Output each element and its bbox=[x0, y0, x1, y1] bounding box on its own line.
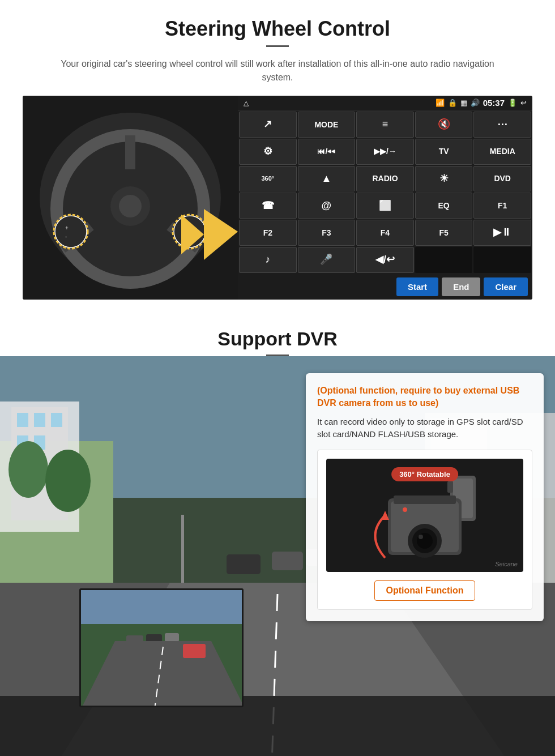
title-underline bbox=[266, 45, 289, 47]
dvr-description-text: It can record video only to storage in G… bbox=[317, 416, 532, 441]
ui-bottom-bar: Start End Clear bbox=[238, 274, 532, 300]
music-btn[interactable]: ♪ bbox=[239, 247, 297, 273]
wheel-background: + - ○ bbox=[23, 96, 238, 300]
back-btn[interactable]: ◀/↩ bbox=[356, 247, 414, 273]
dvd-btn[interactable]: DVD bbox=[473, 166, 531, 192]
mode-btn[interactable]: MODE bbox=[298, 112, 356, 138]
ui-top-bar: △ 📶 🔒 ▦ 🔊 05:37 🔋 ↩ bbox=[238, 96, 532, 110]
ui-top-right-info: 📶 🔒 ▦ 🔊 05:37 🔋 ↩ bbox=[436, 98, 527, 108]
svg-rect-22 bbox=[17, 413, 28, 427]
dvr-info-card: (Optional function, require to buy exter… bbox=[306, 373, 544, 621]
f4-btn[interactable]: F4 bbox=[356, 220, 414, 246]
window-btn[interactable]: ⬜ bbox=[356, 193, 414, 219]
dvr-title: Support DVR bbox=[0, 328, 555, 350]
svg-text:+: + bbox=[65, 225, 69, 231]
f2-btn[interactable]: F2 bbox=[239, 220, 297, 246]
optional-warning-text: (Optional function, require to buy exter… bbox=[317, 385, 532, 410]
radio-btn[interactable]: RADIO bbox=[356, 166, 414, 192]
dvr-thumbnail-inner bbox=[81, 590, 242, 706]
cam360-btn[interactable]: 360° bbox=[239, 166, 297, 192]
svg-rect-33 bbox=[272, 552, 303, 570]
svg-point-28 bbox=[45, 450, 91, 512]
tv-btn[interactable]: TV bbox=[415, 139, 473, 165]
sim-icon: ▦ bbox=[460, 99, 467, 107]
svg-point-62 bbox=[419, 535, 423, 539]
lock-icon: 🔒 bbox=[448, 99, 457, 107]
mic-btn[interactable]: 🎤 bbox=[298, 247, 356, 273]
eject-btn[interactable]: ▲ bbox=[298, 166, 356, 192]
menu-btn[interactable]: ≡ bbox=[356, 112, 414, 138]
svg-rect-35 bbox=[181, 515, 184, 583]
home-icon: △ bbox=[244, 99, 249, 107]
svg-rect-52 bbox=[183, 644, 206, 658]
page-title: Steering Wheel Control bbox=[23, 17, 532, 41]
wifi-icon: 📶 bbox=[436, 99, 445, 107]
brightness-btn[interactable]: ☀ bbox=[415, 166, 473, 192]
rotatable-badge: 360° Rotatable bbox=[391, 467, 458, 481]
nav-btn[interactable]: ↗ bbox=[239, 112, 297, 138]
steering-wheel-section: Steering Wheel Control Your original car… bbox=[0, 0, 555, 311]
mute-btn[interactable]: 🔇 bbox=[415, 112, 473, 138]
phone-btn[interactable]: ☎ bbox=[239, 193, 297, 219]
svg-marker-63 bbox=[381, 511, 389, 520]
optional-function-label: Optional Function bbox=[374, 580, 476, 601]
svg-point-8 bbox=[55, 216, 87, 247]
start-button[interactable]: Start bbox=[396, 277, 438, 296]
dvr-content-area: (Optional function, require to buy exter… bbox=[0, 356, 555, 756]
end-button[interactable]: End bbox=[442, 277, 480, 296]
f5-btn[interactable]: F5 bbox=[415, 220, 473, 246]
svg-rect-23 bbox=[34, 413, 45, 427]
ui-button-grid: ↗ MODE ≡ 🔇 ⋯ ⚙ ⏮/◀◀ ▶▶/→ TV MEDIA 360° ▲… bbox=[238, 110, 532, 274]
ui-top-left-icons: △ bbox=[244, 99, 249, 107]
steering-wheel-image: + - ○ bbox=[23, 96, 238, 300]
empty2-btn bbox=[473, 247, 531, 273]
audio-icon: 🔊 bbox=[471, 99, 480, 107]
next-btn[interactable]: ▶▶/→ bbox=[356, 139, 414, 165]
svg-rect-55 bbox=[447, 481, 453, 493]
internet-btn[interactable]: @ bbox=[298, 193, 356, 219]
apps-btn[interactable]: ⋯ bbox=[473, 112, 531, 138]
battery-icon: 🔋 bbox=[508, 99, 517, 107]
svg-rect-49 bbox=[165, 633, 179, 642]
svg-rect-46 bbox=[81, 590, 244, 624]
svg-point-65 bbox=[403, 507, 407, 512]
dvr-thumbnail-view bbox=[79, 588, 244, 707]
f3-btn[interactable]: F3 bbox=[298, 220, 356, 246]
dvr-section: Support DVR bbox=[0, 311, 555, 756]
section-description: Your original car's steering wheel contr… bbox=[51, 57, 504, 84]
ui-time-display: 05:37 bbox=[483, 98, 505, 108]
clear-button[interactable]: Clear bbox=[484, 277, 528, 296]
back-icon: ↩ bbox=[520, 99, 527, 107]
eq-btn[interactable]: EQ bbox=[415, 193, 473, 219]
dvr-background-image: (Optional function, require to buy exter… bbox=[0, 356, 555, 756]
svg-point-7 bbox=[119, 195, 142, 217]
svg-text:-: - bbox=[65, 233, 67, 240]
ui-panel: △ 📶 🔒 ▦ 🔊 05:37 🔋 ↩ ↗ MODE ≡ 🔇 bbox=[238, 96, 532, 300]
svg-point-27 bbox=[8, 441, 48, 498]
svg-rect-24 bbox=[51, 413, 62, 427]
swc-content-area: + - ○ △ bbox=[23, 96, 532, 300]
dvr-camera-visual: 360° Rotatable bbox=[326, 459, 523, 572]
svg-rect-64 bbox=[394, 496, 456, 504]
dvr-camera-box: 360° Rotatable bbox=[317, 450, 532, 610]
media-btn[interactable]: MEDIA bbox=[473, 139, 531, 165]
f1-btn[interactable]: F1 bbox=[473, 193, 531, 219]
prev-btn[interactable]: ⏮/◀◀ bbox=[298, 139, 356, 165]
seicane-watermark: Seicane bbox=[495, 561, 518, 567]
settings-btn[interactable]: ⚙ bbox=[239, 139, 297, 165]
svg-rect-32 bbox=[227, 554, 261, 574]
playpause-btn[interactable]: ▶⏸ bbox=[473, 220, 531, 246]
empty1-btn bbox=[415, 247, 473, 273]
